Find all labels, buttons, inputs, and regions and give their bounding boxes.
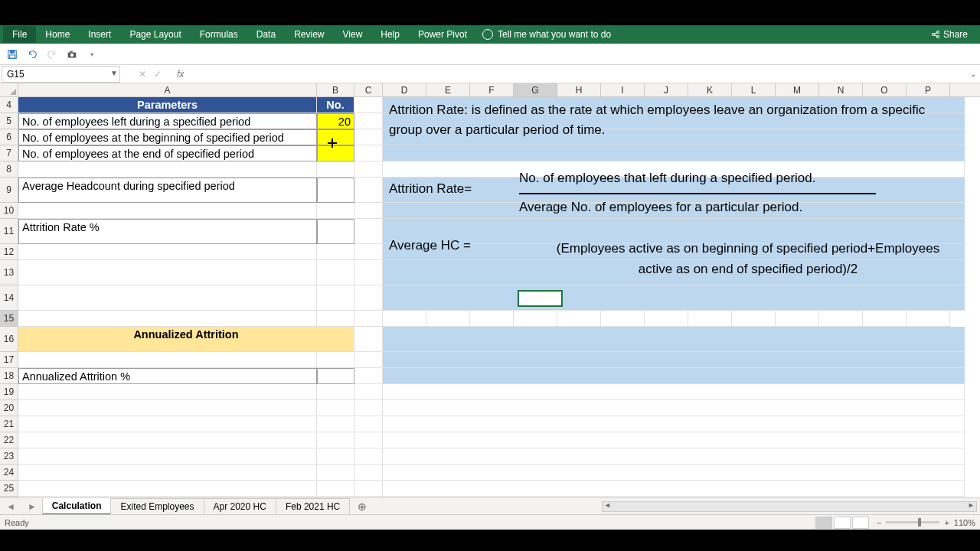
cell-b5[interactable]: 20 (317, 113, 354, 129)
cell-a16[interactable]: Annualized Attrition (18, 327, 354, 352)
tab-insert[interactable]: Insert (79, 26, 120, 43)
svg-rect-4 (10, 50, 14, 53)
col-header-m[interactable]: M (776, 83, 819, 96)
col-header-h[interactable]: H (557, 83, 601, 96)
col-header-g[interactable]: G (514, 83, 557, 96)
active-cell-outline (518, 290, 563, 307)
cell-a9[interactable]: Average Headcount during specified perio… (18, 178, 317, 203)
col-header-e[interactable]: E (426, 83, 470, 96)
sheet-tabs: ◄ ► Calculation Exited Employees Apr 202… (0, 497, 980, 514)
cell-b11[interactable] (317, 219, 354, 244)
horizontal-scrollbar[interactable] (602, 501, 977, 512)
zoom-in[interactable]: + (944, 518, 949, 527)
col-header-o[interactable]: O (863, 83, 906, 96)
col-header-f[interactable]: F (470, 83, 514, 96)
tell-me-label: Tell me what you want to do (498, 29, 611, 40)
zoom-out[interactable]: − (877, 518, 881, 527)
tab-review[interactable]: Review (285, 26, 333, 43)
cell-b9[interactable] (317, 178, 354, 203)
tab-power-pivot[interactable]: Power Pivot (409, 26, 476, 43)
tab-view[interactable]: View (334, 26, 372, 43)
tell-me[interactable]: Tell me what you want to do (482, 29, 611, 40)
quick-access-toolbar: ▾ (0, 44, 980, 65)
col-header-l[interactable]: L (732, 83, 776, 96)
name-box[interactable]: G15 ▼ (2, 66, 120, 83)
svg-point-7 (70, 53, 74, 56)
lightbulb-icon (482, 29, 493, 40)
chevron-down-icon: ▼ (110, 69, 118, 77)
view-normal[interactable] (815, 517, 832, 529)
sheet-tab-exited[interactable]: Exited Employees (110, 498, 204, 514)
svg-rect-5 (10, 54, 15, 57)
fx-icon[interactable]: fx (177, 69, 184, 80)
enter-icon[interactable]: ✓ (154, 69, 162, 80)
cell-a18[interactable]: Annualized Attrition % (18, 368, 317, 384)
col-header-a[interactable]: A (18, 83, 317, 96)
status-bar: Ready − + 110% (0, 514, 980, 530)
share-label: Share (943, 29, 968, 40)
cell-b4[interactable]: No. (317, 97, 354, 113)
cell-b7[interactable] (317, 145, 354, 161)
sheet-tab-feb2021[interactable]: Feb 2021 HC (276, 498, 350, 514)
formula-bar: G15 ▼ ✕ ✓ fx ⌄ (0, 65, 980, 83)
view-page-break[interactable] (852, 517, 869, 529)
cell-g15[interactable] (514, 311, 557, 327)
spreadsheet-grid[interactable]: A B C D E F G H I J K L M N O P 4 Parame… (0, 83, 980, 497)
col-header-k[interactable]: K (688, 83, 732, 96)
redo-button[interactable] (44, 47, 60, 62)
svg-point-0 (932, 34, 934, 36)
zoom-level[interactable]: 110% (954, 518, 975, 527)
cell-cursor-icon (328, 139, 337, 148)
ribbon: File Home Insert Page Layout Formulas Da… (0, 25, 980, 44)
undo-button[interactable] (24, 47, 40, 62)
tab-page-layout[interactable]: Page Layout (120, 26, 190, 43)
cancel-icon[interactable]: ✕ (139, 69, 146, 80)
tab-nav-next[interactable]: ► (21, 501, 43, 512)
save-button[interactable] (5, 47, 20, 62)
tab-help[interactable]: Help (371, 26, 409, 43)
tab-formulas[interactable]: Formulas (191, 26, 247, 43)
cell-a11[interactable]: Attrition Rate % (18, 219, 317, 244)
status-ready: Ready (5, 518, 29, 527)
add-sheet-button[interactable]: ⊕ (350, 500, 374, 513)
col-header-j[interactable]: J (645, 83, 688, 96)
cell-a7[interactable]: No. of employees at the end of specified… (18, 145, 317, 161)
col-header-c[interactable]: C (354, 83, 383, 96)
col-header-b[interactable]: B (317, 83, 354, 96)
col-header-i[interactable]: I (601, 83, 645, 96)
col-header-d[interactable]: D (383, 83, 426, 96)
tab-data[interactable]: Data (247, 26, 285, 43)
svg-point-2 (936, 36, 939, 38)
camera-button[interactable] (64, 47, 80, 62)
col-header-p[interactable]: P (906, 83, 950, 96)
sheet-tab-calculation[interactable]: Calculation (42, 497, 112, 515)
cell-a4[interactable]: Parameters (18, 97, 317, 113)
qat-customize[interactable]: ▾ (84, 47, 100, 62)
expand-formula-bar[interactable]: ⌄ (966, 70, 980, 78)
share-button[interactable]: Share (931, 29, 968, 40)
name-box-value: G15 (7, 69, 24, 80)
col-header-n[interactable]: N (819, 83, 863, 96)
tab-file[interactable]: File (3, 26, 36, 43)
svg-point-1 (936, 31, 939, 34)
share-icon (931, 30, 940, 39)
sheet-tab-apr2020[interactable]: Apr 2020 HC (204, 498, 276, 514)
cell-a5[interactable]: No. of employees left during a specified… (18, 113, 317, 129)
cell-b18[interactable] (317, 368, 354, 384)
tab-home[interactable]: Home (36, 26, 79, 43)
svg-rect-8 (70, 51, 73, 52)
zoom-slider[interactable] (886, 521, 939, 523)
select-all-corner[interactable] (0, 83, 18, 96)
view-page-layout[interactable] (834, 517, 851, 529)
tab-nav-prev[interactable]: ◄ (0, 501, 21, 512)
cell-a6[interactable]: No. of employees at the beginning of spe… (18, 129, 317, 145)
